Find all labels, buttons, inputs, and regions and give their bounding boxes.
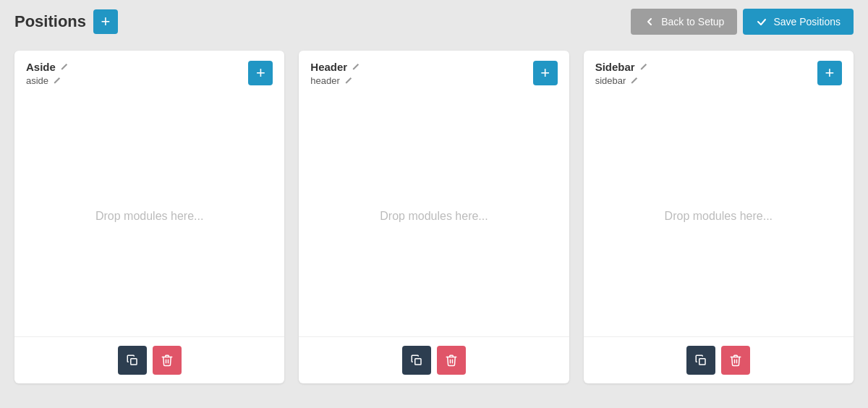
edit-title-icon-sidebar[interactable]	[639, 62, 648, 72]
plus-icon: +	[101, 14, 111, 30]
card-header-sidebar: Sidebar sidebar	[584, 51, 854, 96]
edit-title-icon-header[interactable]	[352, 62, 360, 72]
add-module-button-header[interactable]: +	[533, 61, 558, 85]
trash-icon-aside	[161, 354, 174, 367]
drop-placeholder-header: Drop modules here...	[380, 210, 488, 223]
card-body-aside: Drop modules here...	[14, 96, 284, 336]
card-title-aside: Aside	[26, 61, 56, 73]
card-subtitle-row-header: header	[310, 75, 360, 86]
position-card-header: Header header +	[299, 51, 569, 383]
save-btn-label: Save Positions	[773, 16, 841, 27]
delete-button-aside[interactable]	[153, 346, 182, 375]
plus-icon-sidebar: +	[825, 65, 835, 81]
card-footer-sidebar	[584, 336, 854, 383]
add-module-button-sidebar[interactable]: +	[817, 61, 842, 85]
card-title-header: Header	[310, 61, 347, 73]
positions-grid: Aside aside +	[0, 43, 868, 398]
card-title-area-aside: Aside aside	[26, 61, 69, 86]
checkmark-icon	[756, 16, 767, 27]
delete-button-header[interactable]	[437, 346, 466, 375]
card-title-row-aside: Aside	[26, 61, 69, 73]
back-btn-label: Back to Setup	[661, 16, 724, 27]
card-subtitle-header: header	[310, 75, 339, 86]
card-footer-aside	[14, 336, 284, 383]
page-title-area: Positions +	[14, 9, 118, 34]
card-header-header: Header header +	[299, 51, 569, 96]
add-module-button-aside[interactable]: +	[248, 61, 273, 85]
duplicate-icon-aside	[126, 354, 139, 367]
card-title-area-sidebar: Sidebar sidebar	[595, 61, 648, 86]
card-subtitle-row-aside: aside	[26, 75, 69, 86]
back-to-setup-button[interactable]: Back to Setup	[631, 9, 737, 35]
edit-subtitle-icon-header[interactable]	[344, 76, 353, 86]
delete-button-sidebar[interactable]	[721, 346, 750, 375]
add-position-button[interactable]: +	[93, 9, 118, 34]
plus-icon-header: +	[540, 65, 550, 81]
duplicate-button-header[interactable]	[402, 346, 431, 375]
card-subtitle-sidebar: sidebar	[595, 75, 626, 86]
trash-icon-sidebar	[729, 354, 742, 367]
arrow-left-icon	[644, 16, 655, 27]
drop-placeholder-sidebar: Drop modules here...	[665, 210, 773, 223]
trash-icon-header	[445, 354, 458, 367]
edit-title-icon-aside[interactable]	[60, 62, 69, 72]
edit-subtitle-icon-aside[interactable]	[53, 76, 61, 86]
duplicate-button-sidebar[interactable]	[686, 346, 715, 375]
duplicate-icon-header	[410, 354, 423, 367]
top-bar: Positions + Back to Setup Save Positions	[0, 0, 868, 43]
card-footer-header	[299, 336, 569, 383]
edit-subtitle-icon-sidebar[interactable]	[630, 76, 639, 86]
svg-rect-2	[699, 359, 705, 365]
card-title-row-header: Header	[310, 61, 360, 73]
card-subtitle-row-sidebar: sidebar	[595, 75, 648, 86]
svg-rect-0	[130, 359, 136, 365]
card-title-row-sidebar: Sidebar	[595, 61, 648, 73]
card-subtitle-aside: aside	[26, 75, 48, 86]
card-title-area-header: Header header	[310, 61, 360, 86]
card-body-header: Drop modules here...	[299, 96, 569, 336]
save-positions-button[interactable]: Save Positions	[743, 9, 854, 35]
svg-rect-1	[415, 359, 421, 365]
duplicate-icon-sidebar	[694, 354, 707, 367]
card-title-sidebar: Sidebar	[595, 61, 635, 73]
position-card-sidebar: Sidebar sidebar	[584, 51, 854, 383]
card-header-aside: Aside aside +	[14, 51, 284, 96]
plus-icon-aside: +	[256, 65, 265, 81]
page-title: Positions	[14, 12, 86, 31]
position-card-aside: Aside aside +	[14, 51, 284, 383]
card-body-sidebar: Drop modules here...	[584, 96, 854, 336]
duplicate-button-aside[interactable]	[118, 346, 147, 375]
drop-placeholder-aside: Drop modules here...	[95, 210, 203, 223]
header-actions: Back to Setup Save Positions	[631, 9, 854, 35]
